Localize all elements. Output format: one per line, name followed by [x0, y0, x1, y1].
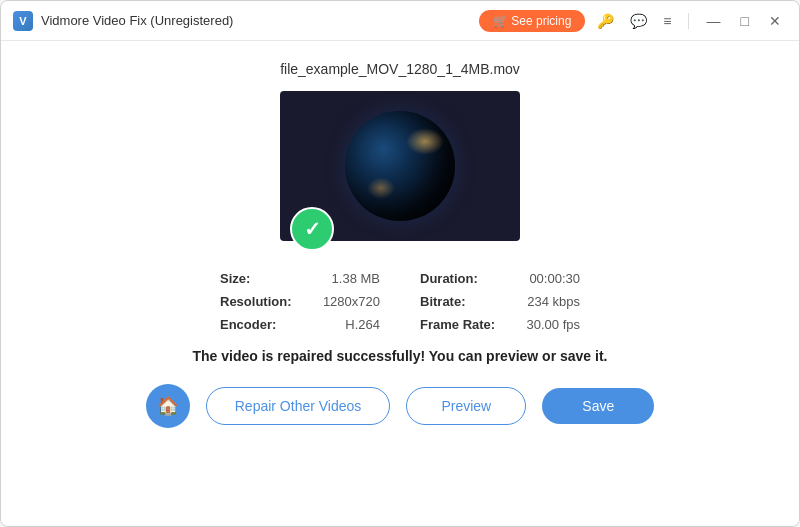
checkmark-badge [290, 207, 334, 251]
title-bar-actions: 🛒 See pricing 🔑 💬 ≡ — □ ✕ [479, 10, 787, 32]
title-bar: V Vidmore Video Fix (Unregistered) 🛒 See… [1, 1, 799, 41]
encoder-value: H.264 [345, 317, 380, 332]
size-label: Size: [220, 271, 250, 286]
see-pricing-button[interactable]: 🛒 See pricing [479, 10, 585, 32]
repair-others-button[interactable]: Repair Other Videos [206, 387, 391, 425]
encoder-row: Encoder: H.264 [220, 317, 380, 332]
app-title: Vidmore Video Fix (Unregistered) [41, 13, 479, 28]
duration-label: Duration: [420, 271, 478, 286]
resolution-row: Resolution: 1280x720 [220, 294, 380, 309]
resolution-label: Resolution: [220, 294, 292, 309]
bitrate-row: Bitrate: 234 kbps [420, 294, 580, 309]
filename-label: file_example_MOV_1280_1_4MB.mov [280, 61, 520, 77]
bitrate-label: Bitrate: [420, 294, 466, 309]
framerate-label: Frame Rate: [420, 317, 495, 332]
earth-visual [345, 111, 455, 221]
maximize-button[interactable]: □ [735, 11, 755, 31]
main-content: file_example_MOV_1280_1_4MB.mov Size: 1.… [1, 41, 799, 526]
video-thumbnail-container [280, 91, 520, 241]
home-button[interactable]: 🏠 [146, 384, 190, 428]
resolution-value: 1280x720 [323, 294, 380, 309]
size-row: Size: 1.38 MB [220, 271, 380, 286]
home-icon: 🏠 [157, 395, 179, 417]
close-button[interactable]: ✕ [763, 11, 787, 31]
title-bar-divider [688, 13, 689, 29]
success-message: The video is repaired successfully! You … [193, 348, 608, 364]
chat-icon-button[interactable]: 💬 [626, 11, 651, 31]
save-button[interactable]: Save [542, 388, 654, 424]
video-info-grid: Size: 1.38 MB Duration: 00:00:30 Resolut… [220, 271, 580, 332]
duration-value: 00:00:30 [529, 271, 580, 286]
app-icon: V [13, 11, 33, 31]
framerate-row: Frame Rate: 30.00 fps [420, 317, 580, 332]
size-value: 1.38 MB [332, 271, 380, 286]
minimize-button[interactable]: — [701, 11, 727, 31]
framerate-value: 30.00 fps [527, 317, 581, 332]
bitrate-value: 234 kbps [527, 294, 580, 309]
menu-icon-button[interactable]: ≡ [659, 11, 675, 31]
key-icon-button[interactable]: 🔑 [593, 11, 618, 31]
duration-row: Duration: 00:00:30 [420, 271, 580, 286]
encoder-label: Encoder: [220, 317, 276, 332]
preview-button[interactable]: Preview [406, 387, 526, 425]
buttons-row: 🏠 Repair Other Videos Preview Save [146, 384, 655, 428]
